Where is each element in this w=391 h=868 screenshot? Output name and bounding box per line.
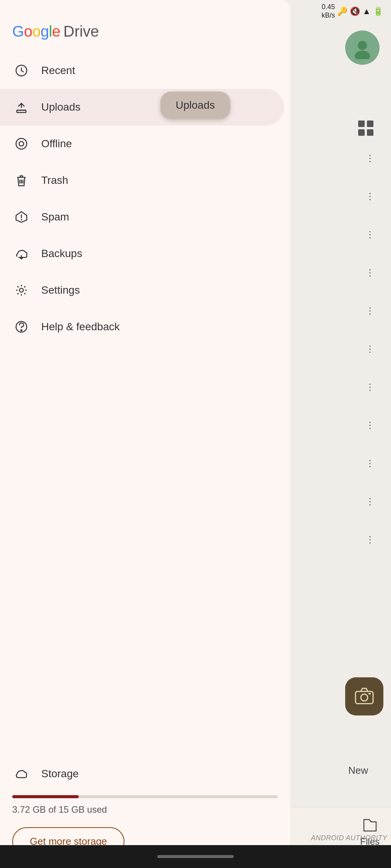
offline-icon — [12, 135, 31, 153]
help-icon — [12, 318, 31, 336]
overflow-menu-7[interactable]: ⋮ — [360, 378, 380, 397]
logo-g: G — [12, 23, 24, 40]
sidebar-item-uploads[interactable]: Uploads — [0, 89, 284, 125]
new-label: New — [348, 765, 368, 776]
uploads-label: Uploads — [41, 101, 81, 113]
svg-rect-10 — [17, 110, 26, 113]
svg-rect-5 — [367, 129, 373, 136]
sidebar-item-settings[interactable]: Settings — [0, 272, 284, 309]
svg-rect-8 — [368, 693, 371, 694]
upload-icon — [12, 98, 31, 116]
settings-icon — [12, 281, 31, 299]
storage-cloud-icon — [12, 765, 31, 783]
uploads-fab-button[interactable]: Uploads — [160, 92, 230, 119]
svg-rect-3 — [367, 121, 373, 127]
recent-label: Recent — [41, 64, 75, 77]
home-indicator — [157, 855, 234, 858]
files-icon — [362, 817, 378, 833]
overflow-menu-11[interactable]: ⋮ — [360, 530, 380, 549]
sidebar-item-recent[interactable]: Recent — [0, 52, 284, 89]
logo-e: e — [52, 23, 60, 40]
wifi-icon: ▲ — [362, 6, 371, 16]
svg-point-13 — [19, 288, 23, 292]
svg-point-0 — [358, 41, 367, 50]
files-tab[interactable]: Files — [360, 817, 380, 847]
avatar[interactable] — [345, 31, 380, 65]
offline-label: Offline — [41, 138, 72, 150]
svg-point-15 — [21, 330, 22, 331]
android-home-bar — [0, 845, 391, 868]
status-data: 0.45kB/s — [322, 3, 335, 19]
avatar-image — [351, 36, 374, 59]
overflow-menu-3[interactable]: ⋮ — [360, 225, 380, 244]
mute-icon: 🔇 — [350, 6, 360, 16]
google-logo: Google — [12, 23, 60, 40]
key-icon: 🔑 — [337, 6, 347, 16]
watermark: ANDROID AUTHORITY — [311, 834, 387, 842]
sidebar-item-spam[interactable]: Spam — [0, 199, 284, 235]
overflow-menu-9[interactable]: ⋮ — [360, 454, 380, 473]
overflow-menu-4[interactable]: ⋮ — [360, 263, 380, 282]
storage-header-row[interactable]: Storage — [12, 759, 278, 789]
logo-o2: o — [32, 23, 40, 40]
grid-view-button[interactable] — [352, 114, 380, 142]
storage-bar-fill — [12, 795, 79, 798]
storage-used-text: 3.72 GB of 15 GB used — [12, 804, 278, 815]
settings-label: Settings — [41, 284, 80, 296]
grid-icon — [357, 120, 374, 137]
menu-list: Recent Uploads Offline — [0, 49, 290, 752]
spam-icon — [12, 208, 31, 226]
storage-bar-container — [12, 795, 278, 798]
sidebar-item-offline[interactable]: Offline — [0, 125, 284, 162]
overflow-menu-8[interactable]: ⋮ — [360, 416, 380, 435]
overflow-menu-1[interactable]: ⋮ — [360, 149, 380, 168]
overflow-menu-2[interactable]: ⋮ — [360, 187, 380, 206]
trash-icon — [12, 171, 31, 190]
status-icons: 0.45kB/s 🔑 🔇 ▲ 🔋 — [322, 3, 383, 19]
overflow-menu-10[interactable]: ⋮ — [360, 492, 380, 511]
nav-drawer: Google Drive Recent Upl — [0, 0, 290, 868]
logo-o1: o — [24, 23, 32, 40]
svg-rect-4 — [358, 129, 365, 136]
overflow-menu-5[interactable]: ⋮ — [360, 301, 380, 320]
clock-icon — [12, 61, 31, 80]
sidebar-item-help[interactable]: Help & feedback — [0, 309, 284, 345]
svg-point-12 — [19, 141, 24, 146]
trash-label: Trash — [41, 174, 68, 186]
svg-point-7 — [361, 694, 368, 701]
sidebar-item-trash[interactable]: Trash — [0, 162, 284, 199]
drawer-header: Google Drive — [0, 0, 290, 49]
battery-icon: 🔋 — [373, 6, 383, 16]
camera-icon — [354, 686, 375, 707]
backups-label: Backups — [41, 248, 82, 260]
overflow-menu-6[interactable]: ⋮ — [360, 339, 380, 358]
svg-point-11 — [16, 138, 27, 149]
logo-g2: g — [40, 23, 49, 40]
svg-rect-2 — [358, 121, 365, 127]
camera-fab-button[interactable] — [345, 677, 383, 715]
help-label: Help & feedback — [41, 321, 120, 333]
spam-label: Spam — [41, 211, 69, 223]
backup-icon — [12, 244, 31, 263]
drive-text: Drive — [63, 23, 99, 40]
storage-label: Storage — [41, 768, 79, 780]
logo-l: l — [49, 23, 52, 40]
sidebar-item-backups[interactable]: Backups — [0, 235, 284, 272]
svg-point-1 — [355, 51, 370, 59]
